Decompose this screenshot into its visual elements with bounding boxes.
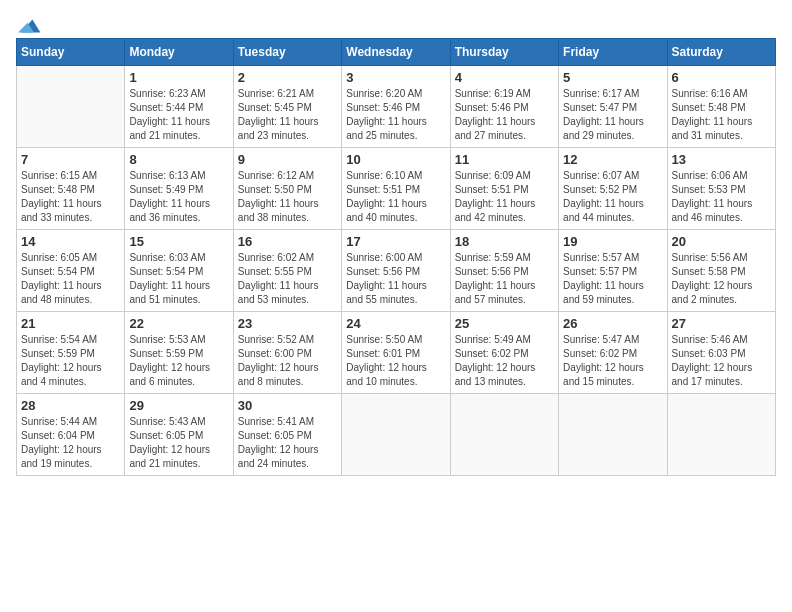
calendar-cell: 20Sunrise: 5:56 AM Sunset: 5:58 PM Dayli…	[667, 230, 775, 312]
calendar-table: SundayMondayTuesdayWednesdayThursdayFrid…	[16, 38, 776, 476]
day-number: 12	[563, 152, 662, 167]
day-info: Sunrise: 6:09 AM Sunset: 5:51 PM Dayligh…	[455, 169, 554, 225]
day-info: Sunrise: 6:23 AM Sunset: 5:44 PM Dayligh…	[129, 87, 228, 143]
calendar-cell: 9Sunrise: 6:12 AM Sunset: 5:50 PM Daylig…	[233, 148, 341, 230]
day-number: 30	[238, 398, 337, 413]
calendar-cell: 19Sunrise: 5:57 AM Sunset: 5:57 PM Dayli…	[559, 230, 667, 312]
day-info: Sunrise: 5:56 AM Sunset: 5:58 PM Dayligh…	[672, 251, 771, 307]
day-number: 24	[346, 316, 445, 331]
weekday-header-row: SundayMondayTuesdayWednesdayThursdayFrid…	[17, 39, 776, 66]
day-info: Sunrise: 6:00 AM Sunset: 5:56 PM Dayligh…	[346, 251, 445, 307]
calendar-cell: 4Sunrise: 6:19 AM Sunset: 5:46 PM Daylig…	[450, 66, 558, 148]
calendar-cell: 22Sunrise: 5:53 AM Sunset: 5:59 PM Dayli…	[125, 312, 233, 394]
calendar-week-4: 21Sunrise: 5:54 AM Sunset: 5:59 PM Dayli…	[17, 312, 776, 394]
day-info: Sunrise: 5:41 AM Sunset: 6:05 PM Dayligh…	[238, 415, 337, 471]
calendar-cell	[342, 394, 450, 476]
calendar-week-5: 28Sunrise: 5:44 AM Sunset: 6:04 PM Dayli…	[17, 394, 776, 476]
calendar-cell: 17Sunrise: 6:00 AM Sunset: 5:56 PM Dayli…	[342, 230, 450, 312]
day-info: Sunrise: 5:57 AM Sunset: 5:57 PM Dayligh…	[563, 251, 662, 307]
calendar-week-3: 14Sunrise: 6:05 AM Sunset: 5:54 PM Dayli…	[17, 230, 776, 312]
day-number: 21	[21, 316, 120, 331]
day-number: 18	[455, 234, 554, 249]
header	[16, 16, 776, 30]
day-info: Sunrise: 5:44 AM Sunset: 6:04 PM Dayligh…	[21, 415, 120, 471]
day-info: Sunrise: 6:19 AM Sunset: 5:46 PM Dayligh…	[455, 87, 554, 143]
weekday-tuesday: Tuesday	[233, 39, 341, 66]
day-number: 20	[672, 234, 771, 249]
day-number: 27	[672, 316, 771, 331]
day-number: 14	[21, 234, 120, 249]
day-number: 1	[129, 70, 228, 85]
logo-icon	[18, 16, 42, 36]
calendar-cell: 21Sunrise: 5:54 AM Sunset: 5:59 PM Dayli…	[17, 312, 125, 394]
day-info: Sunrise: 5:54 AM Sunset: 5:59 PM Dayligh…	[21, 333, 120, 389]
day-info: Sunrise: 5:52 AM Sunset: 6:00 PM Dayligh…	[238, 333, 337, 389]
calendar-cell: 23Sunrise: 5:52 AM Sunset: 6:00 PM Dayli…	[233, 312, 341, 394]
day-number: 4	[455, 70, 554, 85]
calendar-cell: 28Sunrise: 5:44 AM Sunset: 6:04 PM Dayli…	[17, 394, 125, 476]
calendar-cell	[450, 394, 558, 476]
day-info: Sunrise: 6:17 AM Sunset: 5:47 PM Dayligh…	[563, 87, 662, 143]
day-number: 17	[346, 234, 445, 249]
weekday-thursday: Thursday	[450, 39, 558, 66]
calendar-cell: 1Sunrise: 6:23 AM Sunset: 5:44 PM Daylig…	[125, 66, 233, 148]
calendar-cell	[559, 394, 667, 476]
day-number: 7	[21, 152, 120, 167]
calendar-cell: 15Sunrise: 6:03 AM Sunset: 5:54 PM Dayli…	[125, 230, 233, 312]
calendar-cell: 14Sunrise: 6:05 AM Sunset: 5:54 PM Dayli…	[17, 230, 125, 312]
day-info: Sunrise: 6:06 AM Sunset: 5:53 PM Dayligh…	[672, 169, 771, 225]
calendar-cell: 30Sunrise: 5:41 AM Sunset: 6:05 PM Dayli…	[233, 394, 341, 476]
calendar-cell: 6Sunrise: 6:16 AM Sunset: 5:48 PM Daylig…	[667, 66, 775, 148]
calendar-cell: 26Sunrise: 5:47 AM Sunset: 6:02 PM Dayli…	[559, 312, 667, 394]
calendar-week-1: 1Sunrise: 6:23 AM Sunset: 5:44 PM Daylig…	[17, 66, 776, 148]
day-number: 10	[346, 152, 445, 167]
calendar-cell: 16Sunrise: 6:02 AM Sunset: 5:55 PM Dayli…	[233, 230, 341, 312]
calendar-cell: 3Sunrise: 6:20 AM Sunset: 5:46 PM Daylig…	[342, 66, 450, 148]
day-number: 26	[563, 316, 662, 331]
day-number: 29	[129, 398, 228, 413]
day-info: Sunrise: 6:15 AM Sunset: 5:48 PM Dayligh…	[21, 169, 120, 225]
day-number: 9	[238, 152, 337, 167]
day-number: 6	[672, 70, 771, 85]
day-info: Sunrise: 6:07 AM Sunset: 5:52 PM Dayligh…	[563, 169, 662, 225]
day-info: Sunrise: 6:20 AM Sunset: 5:46 PM Dayligh…	[346, 87, 445, 143]
day-info: Sunrise: 6:16 AM Sunset: 5:48 PM Dayligh…	[672, 87, 771, 143]
day-info: Sunrise: 6:13 AM Sunset: 5:49 PM Dayligh…	[129, 169, 228, 225]
weekday-friday: Friday	[559, 39, 667, 66]
day-number: 2	[238, 70, 337, 85]
day-number: 25	[455, 316, 554, 331]
day-info: Sunrise: 5:43 AM Sunset: 6:05 PM Dayligh…	[129, 415, 228, 471]
day-info: Sunrise: 6:12 AM Sunset: 5:50 PM Dayligh…	[238, 169, 337, 225]
logo	[16, 16, 42, 30]
day-info: Sunrise: 6:05 AM Sunset: 5:54 PM Dayligh…	[21, 251, 120, 307]
calendar-cell: 11Sunrise: 6:09 AM Sunset: 5:51 PM Dayli…	[450, 148, 558, 230]
calendar-header: SundayMondayTuesdayWednesdayThursdayFrid…	[17, 39, 776, 66]
day-number: 11	[455, 152, 554, 167]
calendar-cell: 7Sunrise: 6:15 AM Sunset: 5:48 PM Daylig…	[17, 148, 125, 230]
day-number: 15	[129, 234, 228, 249]
calendar-week-2: 7Sunrise: 6:15 AM Sunset: 5:48 PM Daylig…	[17, 148, 776, 230]
weekday-wednesday: Wednesday	[342, 39, 450, 66]
day-info: Sunrise: 5:46 AM Sunset: 6:03 PM Dayligh…	[672, 333, 771, 389]
calendar-cell: 13Sunrise: 6:06 AM Sunset: 5:53 PM Dayli…	[667, 148, 775, 230]
weekday-monday: Monday	[125, 39, 233, 66]
day-number: 22	[129, 316, 228, 331]
calendar-cell: 25Sunrise: 5:49 AM Sunset: 6:02 PM Dayli…	[450, 312, 558, 394]
day-info: Sunrise: 5:49 AM Sunset: 6:02 PM Dayligh…	[455, 333, 554, 389]
weekday-saturday: Saturday	[667, 39, 775, 66]
calendar-cell: 2Sunrise: 6:21 AM Sunset: 5:45 PM Daylig…	[233, 66, 341, 148]
day-info: Sunrise: 5:47 AM Sunset: 6:02 PM Dayligh…	[563, 333, 662, 389]
day-number: 5	[563, 70, 662, 85]
calendar-cell: 12Sunrise: 6:07 AM Sunset: 5:52 PM Dayli…	[559, 148, 667, 230]
day-info: Sunrise: 5:50 AM Sunset: 6:01 PM Dayligh…	[346, 333, 445, 389]
day-info: Sunrise: 5:53 AM Sunset: 5:59 PM Dayligh…	[129, 333, 228, 389]
day-info: Sunrise: 6:10 AM Sunset: 5:51 PM Dayligh…	[346, 169, 445, 225]
calendar-cell: 29Sunrise: 5:43 AM Sunset: 6:05 PM Dayli…	[125, 394, 233, 476]
day-number: 19	[563, 234, 662, 249]
day-number: 8	[129, 152, 228, 167]
day-number: 13	[672, 152, 771, 167]
day-number: 3	[346, 70, 445, 85]
day-info: Sunrise: 6:02 AM Sunset: 5:55 PM Dayligh…	[238, 251, 337, 307]
calendar-body: 1Sunrise: 6:23 AM Sunset: 5:44 PM Daylig…	[17, 66, 776, 476]
calendar-cell: 27Sunrise: 5:46 AM Sunset: 6:03 PM Dayli…	[667, 312, 775, 394]
